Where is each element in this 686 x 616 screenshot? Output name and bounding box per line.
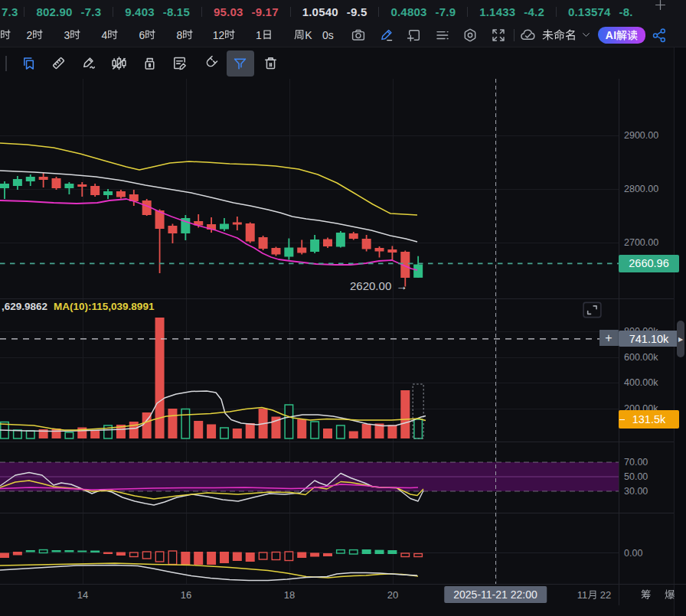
candle-body bbox=[168, 226, 177, 233]
macd-bar bbox=[155, 552, 164, 562]
volume-bar bbox=[285, 405, 293, 438]
macd-bar bbox=[233, 552, 242, 562]
candle-body bbox=[323, 239, 332, 246]
crosshair-date-badge: 2025-11-21 22:00 bbox=[444, 586, 547, 603]
volume-bar bbox=[220, 428, 229, 438]
macd-bar bbox=[310, 552, 319, 556]
macd-bar bbox=[259, 552, 267, 559]
volume-bar bbox=[349, 431, 358, 438]
volume-bar bbox=[168, 409, 177, 438]
macd-dif-yellow bbox=[0, 563, 418, 578]
candle-body bbox=[13, 179, 22, 186]
candle-body bbox=[103, 191, 113, 195]
volume-bar bbox=[323, 429, 332, 438]
macd-bar bbox=[194, 552, 203, 565]
volume-tick: 600.00k bbox=[624, 352, 658, 363]
macd-bar bbox=[375, 550, 384, 554]
macd-bar bbox=[414, 554, 423, 557]
candle-body bbox=[310, 240, 319, 252]
price-tick: 2900.00 bbox=[624, 130, 658, 141]
candle-body bbox=[413, 264, 423, 277]
macd-tick: 0.00 bbox=[624, 548, 642, 559]
candle-wick bbox=[392, 246, 394, 261]
macd-bar bbox=[13, 552, 22, 556]
candle-wick bbox=[81, 182, 83, 197]
tab-chip-distribution[interactable] bbox=[641, 589, 652, 601]
bottom-tabs bbox=[641, 589, 675, 601]
time-tick-date: 11 22 bbox=[577, 589, 612, 601]
macd-bar bbox=[64, 550, 74, 552]
volume-bar bbox=[65, 432, 74, 438]
macd-bar bbox=[142, 552, 151, 559]
candle-body bbox=[0, 184, 9, 188]
macd-bar bbox=[272, 552, 280, 560]
volume-bar bbox=[387, 425, 397, 438]
candle-body bbox=[90, 186, 100, 195]
candle-body bbox=[387, 249, 397, 253]
macd-bar bbox=[0, 553, 9, 559]
candle-body bbox=[375, 248, 384, 252]
macd-bar bbox=[116, 552, 126, 556]
candle-body bbox=[220, 224, 229, 230]
price-tick: 2700.00 bbox=[624, 237, 658, 248]
time-tick: 20 bbox=[387, 589, 398, 601]
volume-bar bbox=[129, 422, 139, 438]
kdj-tick: 50.00 bbox=[624, 471, 648, 482]
candle-body bbox=[26, 177, 35, 181]
volume-bar bbox=[181, 409, 190, 438]
candle-body bbox=[52, 178, 61, 188]
candle-body bbox=[362, 239, 371, 249]
chart-area[interactable]: 2900.002800.002700.00800.00k600.00k400.0… bbox=[0, 0, 686, 616]
cjk-glyph bbox=[587, 589, 597, 599]
maximize-pane-button[interactable] bbox=[583, 301, 602, 318]
time-tick: 16 bbox=[181, 589, 191, 601]
candle-body bbox=[116, 191, 126, 197]
candle-body bbox=[349, 233, 358, 239]
macd-bar bbox=[387, 550, 397, 554]
candle-body bbox=[246, 223, 255, 241]
drawn-line-handle[interactable]: + bbox=[599, 330, 619, 346]
volume-bar bbox=[414, 419, 423, 438]
macd-bar bbox=[220, 552, 229, 563]
macd-bar bbox=[168, 551, 177, 565]
macd-bar bbox=[52, 550, 61, 552]
vol-ma5-value: ,629.9862 bbox=[2, 301, 47, 312]
volume-indicator-label: ,629.9862MA(10):115,039.8991 bbox=[2, 301, 154, 312]
macd-bar bbox=[323, 553, 332, 556]
kdj-tick: 30.00 bbox=[624, 486, 648, 497]
candle-body bbox=[336, 233, 345, 247]
macd-bar bbox=[39, 550, 47, 553]
macd-bar bbox=[26, 550, 35, 552]
macd-bar bbox=[77, 551, 87, 552]
trading-chart-app: 7.3802.90-7.39.403-8.1595.03-9.171.0540-… bbox=[0, 0, 686, 616]
volume-value-badge: 131.5k bbox=[619, 410, 679, 429]
tab-liquidation[interactable] bbox=[665, 589, 675, 601]
candle-body bbox=[284, 248, 293, 257]
volume-bar bbox=[233, 429, 242, 438]
macd-bar bbox=[130, 552, 139, 557]
volume-bar bbox=[207, 425, 216, 438]
time-tick: 14 bbox=[77, 589, 88, 601]
volume-bar bbox=[337, 425, 345, 438]
candle-body bbox=[233, 222, 242, 224]
macd-bar bbox=[297, 552, 306, 559]
volume-bar bbox=[14, 430, 22, 438]
macd-bar bbox=[350, 550, 358, 554]
macd-bar bbox=[103, 552, 113, 555]
volume-bar bbox=[400, 390, 410, 438]
ma-yellow bbox=[0, 143, 417, 215]
volume-bar bbox=[246, 423, 255, 438]
volume-badge-tick bbox=[619, 419, 625, 421]
cjk-glyph bbox=[641, 589, 652, 600]
volume-bar bbox=[155, 318, 165, 438]
volume-bar bbox=[297, 419, 306, 438]
volume-bar bbox=[194, 421, 203, 438]
macd-bar bbox=[207, 552, 216, 565]
time-tick: 18 bbox=[284, 589, 295, 601]
maximize-pane-icon bbox=[583, 301, 602, 318]
drawn-line-badge: 741.10k bbox=[619, 331, 679, 347]
ma-white bbox=[0, 171, 417, 242]
last-price-badge: 2660.96 bbox=[619, 255, 679, 272]
note-arrow-icon: → bbox=[396, 279, 407, 292]
panel-expander[interactable]: ▶ bbox=[677, 321, 684, 357]
